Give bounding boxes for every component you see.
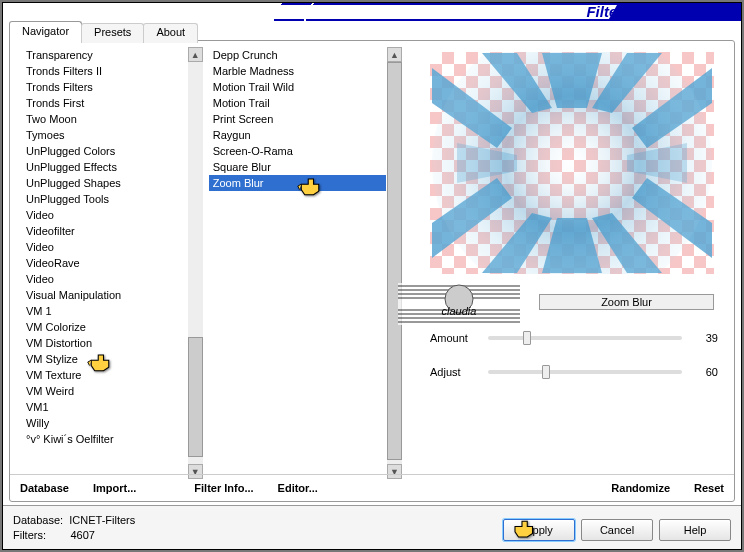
preview-image	[430, 52, 714, 274]
category-item[interactable]: Video	[22, 271, 187, 287]
category-item[interactable]: Transparency	[22, 47, 187, 63]
category-item[interactable]: UnPlugged Colors	[22, 143, 187, 159]
preview-effect	[430, 52, 714, 274]
param-row: Adjust60	[430, 366, 718, 378]
filter-name-label: Zoom Blur	[539, 294, 714, 310]
filter-scrollbar[interactable]: ▲ ▼	[387, 47, 402, 479]
import-button[interactable]: Import...	[93, 482, 136, 494]
param-row: Amount39	[430, 332, 718, 344]
tab-presets[interactable]: Presets	[81, 23, 144, 43]
help-button[interactable]: Help	[659, 519, 731, 541]
filters-label: Filters:	[13, 529, 46, 541]
scroll-thumb[interactable]	[387, 62, 402, 460]
filter-item[interactable]: Motion Trail	[209, 95, 386, 111]
svg-point-0	[432, 52, 712, 274]
category-item[interactable]: UnPlugged Shapes	[22, 175, 187, 191]
category-item[interactable]: VM Texture	[22, 367, 187, 383]
category-item[interactable]: °v° Kiwi´s Oelfilter	[22, 431, 187, 447]
watermark: claudia	[398, 283, 520, 325]
param-label: Amount	[430, 332, 482, 344]
preview-area: Zoom Blur Amount39Adjust60	[402, 47, 728, 489]
param-slider[interactable]	[488, 336, 682, 340]
category-item[interactable]: VM1	[22, 399, 187, 415]
category-item[interactable]: Visual Manipulation	[22, 287, 187, 303]
category-item[interactable]: VM Distortion	[22, 335, 187, 351]
slider-thumb[interactable]	[542, 365, 550, 379]
apply-button[interactable]: Apply	[503, 519, 575, 541]
status-text: Database: ICNET-Filters Filters: 4607	[13, 513, 135, 543]
tab-panel: TransparencyTronds Filters IITronds Filt…	[9, 40, 735, 502]
category-scrollbar[interactable]: ▲ ▼	[188, 47, 203, 479]
cancel-button[interactable]: Cancel	[581, 519, 653, 541]
filter-item[interactable]: Motion Trail Wild	[209, 79, 386, 95]
filter-item[interactable]: Screen-O-Rama	[209, 143, 386, 159]
reset-button[interactable]: Reset	[694, 482, 724, 494]
category-item[interactable]: Two Moon	[22, 111, 187, 127]
param-slider[interactable]	[488, 370, 682, 374]
category-item[interactable]: Video	[22, 207, 187, 223]
filter-item[interactable]: Raygun	[209, 127, 386, 143]
db-value: ICNET-Filters	[69, 514, 135, 526]
status-bar: Database: ICNET-Filters Filters: 4607 Ap…	[3, 505, 741, 549]
scroll-up-icon[interactable]: ▲	[387, 47, 402, 62]
randomize-button[interactable]: Randomize	[611, 482, 670, 494]
tab-navigator[interactable]: Navigator	[9, 21, 82, 41]
slider-thumb[interactable]	[523, 331, 531, 345]
scroll-up-icon[interactable]: ▲	[188, 47, 203, 62]
filter-item[interactable]: Square Blur	[209, 159, 386, 175]
tab-bar: Navigator Presets About	[9, 21, 197, 41]
category-list: TransparencyTronds Filters IITronds Filt…	[16, 47, 203, 489]
category-item[interactable]: Tronds Filters	[22, 79, 187, 95]
filter-item[interactable]: Zoom Blur	[209, 175, 386, 191]
category-item[interactable]: Tymoes	[22, 127, 187, 143]
toolbar-row: Database Import... Filter Info... Editor…	[10, 474, 734, 501]
category-item[interactable]: UnPlugged Tools	[22, 191, 187, 207]
filter-item[interactable]: Print Screen	[209, 111, 386, 127]
filter-list: Depp CrunchMarble MadnessMotion Trail Wi…	[203, 47, 402, 489]
param-value: 39	[688, 332, 718, 344]
editor-button[interactable]: Editor...	[278, 482, 318, 494]
filter-item[interactable]: Marble Madness	[209, 63, 386, 79]
filter-item[interactable]: Depp Crunch	[209, 47, 386, 63]
category-item[interactable]: VM Stylize	[22, 351, 187, 367]
database-button[interactable]: Database	[20, 482, 69, 494]
category-item[interactable]: Video	[22, 239, 187, 255]
app-title: Filters Unlimited 2.0	[586, 3, 729, 20]
filters-count: 4607	[70, 529, 94, 541]
category-item[interactable]: UnPlugged Effects	[22, 159, 187, 175]
category-item[interactable]: Tronds First	[22, 95, 187, 111]
category-item[interactable]: VideoRave	[22, 255, 187, 271]
filter-info-button[interactable]: Filter Info...	[194, 482, 253, 494]
db-label: Database:	[13, 514, 63, 526]
main-window: Filters Unlimited 2.0 Navigator Presets …	[2, 2, 742, 550]
titlebar: Filters Unlimited 2.0	[3, 3, 741, 21]
param-label: Adjust	[430, 366, 482, 378]
scroll-thumb[interactable]	[188, 337, 203, 457]
param-value: 60	[688, 366, 718, 378]
svg-text:claudia: claudia	[442, 305, 477, 317]
category-item[interactable]: Tronds Filters II	[22, 63, 187, 79]
category-item[interactable]: Willy	[22, 415, 187, 431]
category-item[interactable]: Videofilter	[22, 223, 187, 239]
category-item[interactable]: VM Colorize	[22, 319, 187, 335]
category-item[interactable]: VM 1	[22, 303, 187, 319]
tab-about[interactable]: About	[143, 23, 198, 43]
category-item[interactable]: VM Weird	[22, 383, 187, 399]
